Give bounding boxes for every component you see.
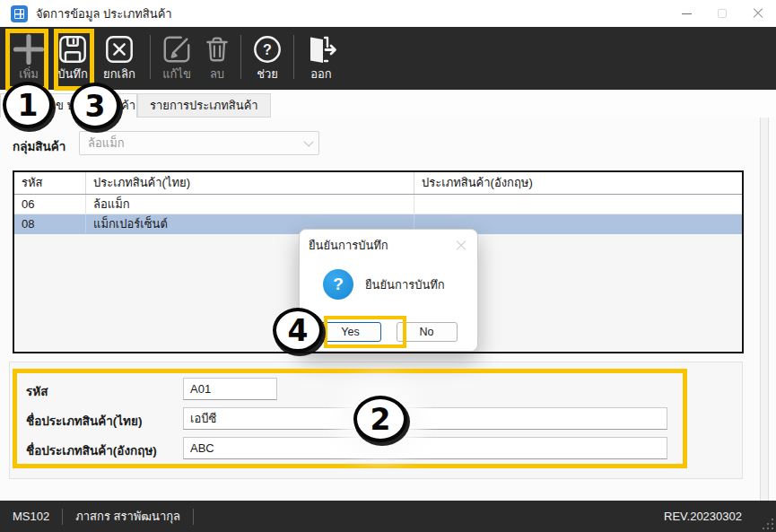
maximize-button[interactable]: [704, 0, 740, 27]
edit-button[interactable]: แก้ไข: [155, 27, 198, 90]
statusbar-separator: [193, 509, 194, 525]
delete-button-label: ลบ: [210, 66, 224, 82]
header-thai: ประเภทสินค้า(ไทย): [86, 172, 414, 194]
window-controls: [668, 0, 776, 27]
revision-label: REV.20230302: [664, 510, 742, 523]
yes-button[interactable]: Yes: [320, 322, 381, 342]
save-button[interactable]: บันทึก: [52, 27, 93, 90]
user-name: ภาสกร สราพัฒนากุล: [75, 507, 180, 526]
english-name-field-label: ชื่อประเภทสินค้า(อังกฤษ): [26, 440, 157, 460]
add-button-label: เพิ่ม: [19, 66, 39, 82]
header-code: รหัส: [14, 172, 86, 194]
dialog-close-icon[interactable]: [454, 239, 468, 253]
minimize-button[interactable]: [668, 0, 704, 27]
help-button[interactable]: ? ช่วย: [246, 27, 289, 90]
help-icon: ?: [252, 33, 283, 65]
cell-english: [414, 195, 742, 214]
title-bar: จัดการข้อมูล ประเภทสินค้า: [0, 0, 776, 27]
trash-icon: [203, 33, 231, 65]
plus-icon: [12, 33, 46, 65]
table-row[interactable]: 06 ล้อแม็ก: [14, 195, 742, 214]
app-icon: [11, 5, 28, 22]
code-field-label: รหัส: [26, 381, 48, 401]
cell-code: 08: [14, 214, 86, 233]
close-button[interactable]: [740, 0, 776, 27]
tab-product-type-list[interactable]: รายการประเภทสินค้า: [137, 93, 271, 118]
close-icon: [753, 8, 763, 19]
minimize-icon: [682, 13, 692, 14]
add-button[interactable]: เพิ่ม: [5, 27, 52, 90]
thai-name-field-label: ชื่อประเภทสินค้า(ไทย): [26, 411, 142, 431]
header-english: ประเภทสินค้า(อังกฤษ): [414, 172, 742, 194]
tab-add-edit-product-type[interactable]: เพิ่ม/แก้ไข ประเภทสินค้า: [0, 93, 137, 118]
maximize-icon: [718, 9, 727, 18]
dialog-title-bar: ยืนยันการบันทึก: [300, 230, 477, 255]
english-name-input[interactable]: [183, 437, 667, 459]
toolbar-separator: [293, 35, 294, 79]
resize-grip[interactable]: [763, 519, 773, 529]
tab-list-label: รายการประเภทสินค้า: [150, 99, 258, 112]
exit-button[interactable]: ออก: [299, 27, 344, 90]
product-group-label: กลุ่มสินค้า: [13, 136, 65, 156]
code-input[interactable]: [183, 378, 277, 400]
dialog-buttons: Yes No: [300, 322, 477, 342]
entry-form-panel: รหัส ชื่อประเภทสินค้า(ไทย) ชื่อประเภทสิน…: [9, 362, 743, 479]
cancel-button-label: ยกเลิก: [103, 66, 135, 82]
help-button-label: ช่วย: [257, 66, 278, 82]
program-code: MS102: [13, 510, 49, 523]
delete-button[interactable]: ลบ: [198, 27, 236, 90]
exit-button-label: ออก: [310, 66, 332, 82]
product-group-dropdown[interactable]: ล้อแม็ก: [79, 131, 319, 155]
product-group-value: ล้อแม็ก: [88, 134, 125, 153]
edit-icon: [161, 33, 192, 65]
window-title: จัดการข้อมูล ประเภทสินค้า: [36, 4, 172, 23]
cancel-button[interactable]: ยกเลิก: [93, 27, 145, 90]
no-button[interactable]: No: [397, 322, 458, 342]
statusbar-separator: [62, 509, 63, 525]
confirm-save-dialog: ยืนยันการบันทึก ? ยืนยันการบันทึก Yes No: [299, 229, 478, 352]
save-icon: [57, 33, 88, 65]
vertical-scrollbar[interactable]: [760, 118, 769, 501]
tab-strip: เพิ่ม/แก้ไข ประเภทสินค้า รายการประเภทสิน…: [0, 90, 776, 118]
status-bar: MS102 ภาสกร สราพัฒนากุล REV.20230302: [0, 501, 776, 532]
chevron-down-icon: [303, 136, 313, 146]
dialog-title: ยืนยันการบันทึก: [309, 236, 388, 255]
tab-add-edit-label: เพิ่ม/แก้ไข ประเภทสินค้า: [13, 99, 135, 112]
cancel-icon: [104, 33, 135, 65]
dialog-body: ? ยืนยันการบันทึก: [300, 255, 477, 300]
edit-button-label: แก้ไข: [162, 66, 191, 82]
exit-icon: [305, 33, 337, 65]
toolbar-separator: [150, 35, 151, 79]
cell-thai: ล้อแม็ก: [86, 195, 414, 214]
toolbar: เพิ่ม บันทึก ยกเลิก แก้ไข ลบ: [0, 27, 776, 90]
dialog-message: ยืนยันการบันทึก: [365, 275, 445, 294]
save-button-label: บันทึก: [57, 66, 88, 82]
main-content: กลุ่มสินค้า ล้อแม็ก รหัส ประเภทสินค้า(ไท…: [0, 118, 776, 501]
table-header-row: รหัส ประเภทสินค้า(ไทย) ประเภทสินค้า(อังก…: [14, 172, 742, 195]
svg-text:?: ?: [263, 41, 272, 57]
thai-name-input[interactable]: [183, 407, 667, 430]
toolbar-separator: [240, 35, 241, 79]
cell-code: 06: [14, 195, 86, 214]
question-icon: ?: [323, 269, 353, 300]
